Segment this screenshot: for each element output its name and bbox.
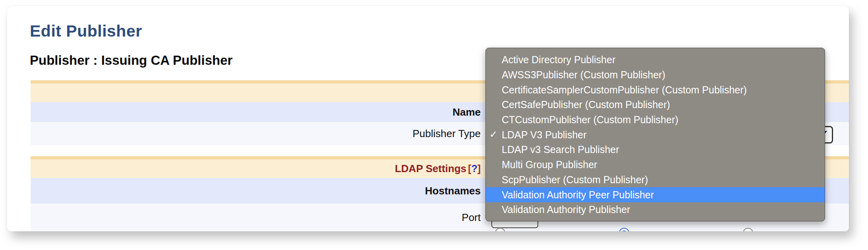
publisher-type-option[interactable]: Validation Authority Publisher: [486, 202, 825, 217]
option-label: ScpPublisher (Custom Publisher): [502, 174, 648, 186]
publisher-type-option[interactable]: ✓ LDAP V3 Publisher: [486, 127, 825, 142]
publisher-type-option[interactable]: LDAP v3 Search Publisher: [486, 142, 825, 157]
option-label: LDAP v3 Search Publisher: [502, 144, 619, 155]
page-title: Edit Publisher: [30, 22, 142, 41]
publisher-type-option[interactable]: CertificateSamplerCustomPublisher (Custo…: [486, 82, 825, 97]
publisher-type-label: Publisher Type: [31, 128, 481, 140]
help-question-icon: ?: [471, 163, 477, 174]
port-label: Port: [31, 211, 481, 224]
checkmark-icon: ✓: [489, 129, 501, 140]
name-label: Name: [31, 106, 481, 118]
publisher-type-option[interactable]: Validation Authority Peer Publisher: [486, 187, 825, 202]
screenshot-root: Edit Publisher Publisher : Issuing CA Pu…: [0, 0, 868, 250]
publisher-type-listbox: Active Directory Publisher AWSS3Publishe…: [485, 48, 825, 221]
hostnames-label: Hostnames: [31, 185, 481, 197]
publisher-type-option[interactable]: CertSafePublisher (Custom Publisher): [486, 97, 825, 112]
option-label: Multi Group Publisher: [502, 159, 597, 171]
option-label: CertificateSamplerCustomPublisher (Custo…: [502, 84, 747, 96]
publisher-type-option[interactable]: Active Directory Publisher: [486, 52, 825, 68]
option-label: Active Directory Publisher: [502, 54, 615, 66]
option-label: AWSS3Publisher (Custom Publisher): [502, 69, 665, 81]
publisher-type-option[interactable]: ScpPublisher (Custom Publisher): [486, 172, 825, 188]
publisher-type-option[interactable]: CTCustomPublisher (Custom Publisher): [486, 112, 825, 128]
option-label: LDAP V3 Publisher: [502, 129, 587, 141]
ldap-settings-title: LDAP Settings[?]: [31, 163, 481, 175]
option-label: CTCustomPublisher (Custom Publisher): [502, 114, 679, 126]
publisher-type-option[interactable]: Multi Group Publisher: [486, 157, 825, 172]
publisher-name-heading: Publisher : Issuing CA Publisher: [30, 53, 232, 68]
help-link[interactable]: [?]: [468, 163, 481, 174]
ldap-settings-text: LDAP Settings: [395, 163, 466, 174]
option-label: CertSafePublisher (Custom Publisher): [502, 99, 670, 110]
option-label: Validation Authority Peer Publisher: [502, 189, 654, 201]
publisher-type-option[interactable]: AWSS3Publisher (Custom Publisher): [486, 68, 825, 83]
option-label: Validation Authority Publisher: [502, 204, 630, 215]
